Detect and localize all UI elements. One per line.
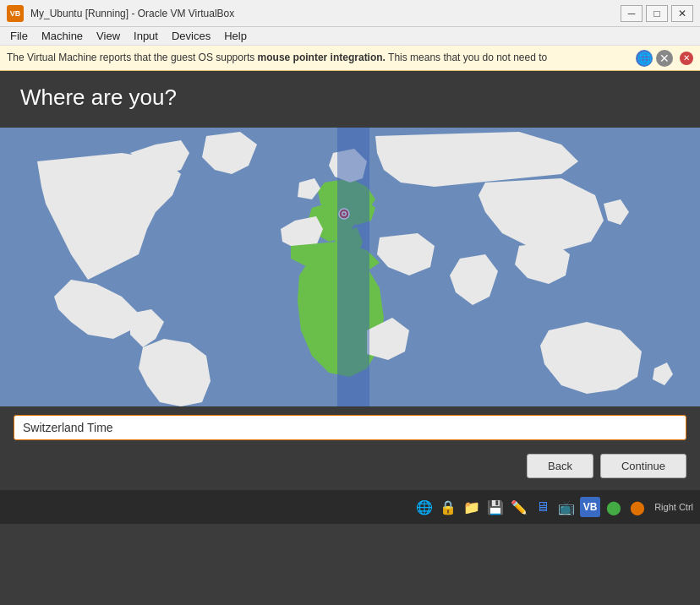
taskbar-folder-icon[interactable]: 📁 <box>462 497 482 517</box>
taskbar-green-icon[interactable]: ⬤ <box>604 497 624 517</box>
title-bar: VB My_Ubuntu [Running] - Oracle VM Virtu… <box>0 0 700 27</box>
notif-icon-x[interactable]: ✕ <box>656 50 673 67</box>
notif-icon-globe[interactable]: 🌐 <box>636 50 653 67</box>
button-area: Back Continue <box>0 447 700 490</box>
menu-bar: File Machine View Input Devices Help <box>0 27 700 46</box>
close-button[interactable]: ✕ <box>671 5 693 22</box>
maximize-button[interactable]: □ <box>646 5 668 22</box>
menu-help[interactable]: Help <box>217 28 254 44</box>
taskbar-orange-icon[interactable]: ⬤ <box>627 497 648 517</box>
notification-close-button[interactable]: ✕ <box>680 52 693 65</box>
window-title: My_Ubuntu [Running] - Oracle VM VirtualB… <box>30 8 621 19</box>
app-icon: VB <box>7 5 24 22</box>
timezone-stripe <box>337 128 369 406</box>
input-area <box>0 406 700 447</box>
right-ctrl-label: Right Ctrl <box>654 502 693 512</box>
taskbar-edit-icon[interactable]: ✏️ <box>509 497 529 517</box>
taskbar-usb-icon[interactable]: 💾 <box>485 497 506 517</box>
notification-icons: 🌐 ✕ ✕ <box>636 50 693 67</box>
menu-devices[interactable]: Devices <box>165 28 217 44</box>
minimize-button[interactable]: ─ <box>621 5 643 22</box>
taskbar-display2-icon[interactable]: 📺 <box>556 497 577 517</box>
menu-machine[interactable]: Machine <box>35 28 90 44</box>
menu-input[interactable]: Input <box>127 28 165 44</box>
taskbar: 🌐 🔒 📁 💾 ✏️ 🖥 📺 VB ⬤ ⬤ Right Ctrl <box>0 490 700 524</box>
notification-bar: The Virtual Machine reports that the gue… <box>0 46 700 71</box>
vm-content-area: Where are you? <box>0 71 700 128</box>
taskbar-network-icon[interactable]: 🌐 <box>414 497 435 517</box>
back-button[interactable]: Back <box>527 454 593 478</box>
window-controls: ─ □ ✕ <box>621 5 693 22</box>
taskbar-display-icon[interactable]: 🖥 <box>533 497 553 517</box>
menu-view[interactable]: View <box>90 28 127 44</box>
notification-text: The Virtual Machine reports that the gue… <box>7 51 636 65</box>
timezone-map[interactable] <box>0 128 700 406</box>
continue-button[interactable]: Continue <box>600 454 686 478</box>
taskbar-vpn-icon[interactable]: 🔒 <box>438 497 458 517</box>
menu-file[interactable]: File <box>3 28 35 44</box>
page-title: Where are you? <box>20 84 680 111</box>
timezone-input[interactable] <box>14 415 686 440</box>
taskbar-vbox-icon[interactable]: VB <box>580 497 600 517</box>
